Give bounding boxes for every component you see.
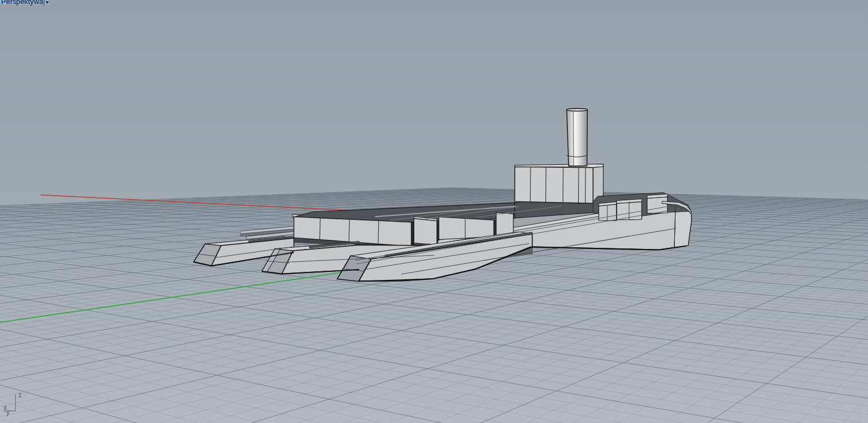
svg-text:z: z <box>18 391 22 399</box>
svg-text:|: | <box>44 0 45 5</box>
svg-text:y: y <box>6 408 10 416</box>
svg-text:Perspektywa: Perspektywa <box>1 0 44 6</box>
